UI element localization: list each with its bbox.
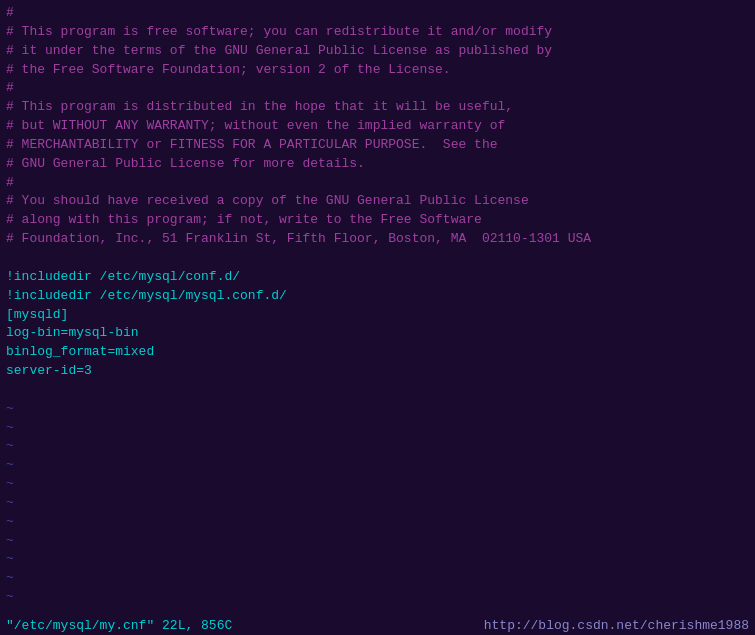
code-line: !includedir /etc/mysql/conf.d/ (6, 269, 240, 284)
code-line: ~ (6, 495, 14, 510)
code-line: ~ (6, 476, 14, 491)
code-line: ~ (6, 533, 14, 548)
editor: # # This program is free software; you c… (0, 0, 755, 635)
statusbar-file-info: "/etc/mysql/my.cnf" 22L, 856C (6, 618, 232, 633)
code-line: ~ (6, 551, 14, 566)
code-line: ~ (6, 457, 14, 472)
code-line: !includedir /etc/mysql/mysql.conf.d/ (6, 288, 287, 303)
code-line: ~ (6, 401, 14, 416)
code-line: server-id=3 (6, 363, 92, 378)
code-line: ~ (6, 570, 14, 585)
code-line: ~ (6, 420, 14, 435)
code-line: # the Free Software Foundation; version … (6, 62, 451, 77)
code-line: # (6, 80, 14, 95)
code-line: ~ (6, 589, 14, 604)
code-line: # (6, 175, 14, 190)
code-line: # MERCHANTABILITY or FITNESS FOR A PARTI… (6, 137, 497, 152)
code-line: # Foundation, Inc., 51 Franklin St, Fift… (6, 231, 591, 246)
code-line: # (6, 5, 14, 20)
code-line: log-bin=mysql-bin (6, 325, 139, 340)
code-line: [mysqld] (6, 307, 68, 322)
code-line: ~ (6, 514, 14, 529)
statusbar: "/etc/mysql/my.cnf" 22L, 856C http://blo… (0, 616, 755, 635)
code-area: # # This program is free software; you c… (6, 4, 749, 607)
statusbar-url: http://blog.csdn.net/cherishme1988 (484, 618, 749, 633)
code-line: # This program is distributed in the hop… (6, 99, 513, 114)
code-line: # but WITHOUT ANY WARRANTY; without even… (6, 118, 505, 133)
code-line: binlog_format=mixed (6, 344, 154, 359)
code-line: ~ (6, 438, 14, 453)
code-line: # along with this program; if not, write… (6, 212, 482, 227)
code-line: # GNU General Public License for more de… (6, 156, 365, 171)
code-line: # it under the terms of the GNU General … (6, 43, 552, 58)
code-line: # This program is free software; you can… (6, 24, 552, 39)
code-line: # You should have received a copy of the… (6, 193, 529, 208)
